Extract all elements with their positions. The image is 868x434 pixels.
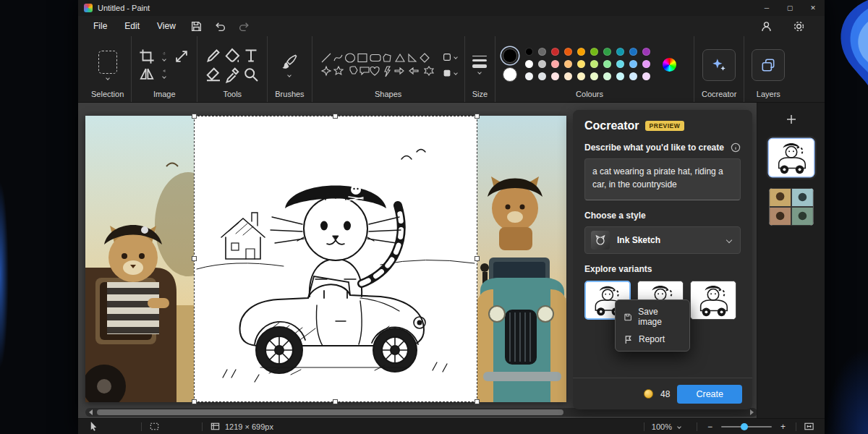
selection-handle[interactable]: [475, 399, 480, 404]
create-button[interactable]: Create: [677, 385, 742, 404]
brushes-button[interactable]: [281, 54, 298, 77]
zoom-slider-thumb[interactable]: [741, 423, 748, 430]
style-dropdown[interactable]: Ink Sketch: [584, 226, 741, 254]
color-swatch[interactable]: [538, 48, 546, 56]
shapes-grid[interactable]: [320, 52, 437, 78]
flip-horizontal-icon[interactable]: [139, 66, 155, 82]
text-tool-icon[interactable]: [242, 47, 260, 64]
color-swatch[interactable]: [564, 60, 572, 68]
layers-button[interactable]: [752, 49, 785, 81]
color-swatch[interactable]: [629, 48, 637, 56]
color-swatch[interactable]: [525, 72, 533, 80]
eraser-icon[interactable]: [205, 66, 222, 83]
fill-bucket-icon[interactable]: [224, 47, 241, 64]
report-label: Report: [639, 334, 665, 344]
layers-icon: [760, 57, 776, 73]
crop-icon[interactable]: [139, 48, 155, 64]
color-swatch[interactable]: [616, 60, 624, 68]
maximize-button[interactable]: ▢: [778, 0, 801, 16]
color-swatch[interactable]: [629, 72, 637, 80]
color-swatch[interactable]: [564, 48, 572, 56]
shape-outline-button[interactable]: [442, 52, 457, 62]
undo-icon[interactable]: [214, 20, 226, 33]
titlebar[interactable]: Untitled - Paint ─ ▢ ✕: [78, 0, 825, 16]
selection-handle[interactable]: [333, 399, 338, 404]
background-colour-swatch[interactable]: [503, 67, 517, 82]
selection-handle[interactable]: [475, 114, 480, 119]
color-swatch[interactable]: [525, 60, 533, 68]
color-swatch[interactable]: [616, 48, 624, 56]
close-button[interactable]: ✕: [801, 0, 825, 16]
flag-icon: [624, 335, 633, 344]
color-swatch[interactable]: [551, 48, 559, 56]
color-swatch[interactable]: [551, 60, 559, 68]
rotate-button[interactable]: [163, 52, 166, 61]
add-layer-button[interactable]: [782, 110, 801, 129]
selection-handle[interactable]: [475, 256, 480, 261]
selection-handle[interactable]: [192, 399, 197, 404]
zoom-in-button[interactable]: +: [778, 422, 788, 432]
canvas-area: Cocreator PREVIEW Describe what you'd li…: [78, 103, 825, 418]
color-swatch[interactable]: [590, 60, 598, 68]
selection-handle[interactable]: [192, 114, 197, 119]
settings-gear-icon[interactable]: [793, 20, 805, 33]
resize-icon[interactable]: [174, 48, 190, 64]
pencil-icon[interactable]: [205, 47, 222, 64]
zoom-level[interactable]: 100%: [652, 422, 672, 431]
color-picker-icon[interactable]: [224, 66, 241, 83]
redo-icon[interactable]: [238, 20, 250, 33]
flip-button[interactable]: [163, 69, 166, 78]
selection-region[interactable]: [194, 116, 477, 402]
color-swatch[interactable]: [577, 48, 585, 56]
menu-file[interactable]: File: [85, 19, 115, 33]
color-swatch[interactable]: [642, 60, 650, 68]
cocreator-button[interactable]: [702, 49, 736, 81]
scrollbar-thumb[interactable]: [97, 409, 563, 415]
zoom-slider[interactable]: [721, 426, 772, 427]
color-swatch[interactable]: [538, 72, 546, 80]
chevron-down-icon[interactable]: [106, 76, 110, 80]
prompt-input[interactable]: a cat wearing a pirate hat, riding a car…: [584, 158, 741, 200]
zoom-out-button[interactable]: −: [705, 422, 715, 432]
report-menu-item[interactable]: Report: [618, 331, 686, 348]
selection-tool-button[interactable]: [98, 51, 117, 80]
account-avatar-icon[interactable]: [760, 20, 773, 33]
colour-wheel-icon[interactable]: [663, 58, 676, 72]
color-swatch[interactable]: [603, 60, 611, 68]
color-swatch[interactable]: [564, 72, 572, 80]
group-image: Image: [131, 36, 197, 102]
color-swatch[interactable]: [642, 72, 650, 80]
magnifier-icon[interactable]: [242, 66, 260, 83]
foreground-colour-swatch[interactable]: [503, 48, 517, 63]
shape-fill-button[interactable]: [442, 68, 457, 78]
color-swatch[interactable]: [590, 48, 598, 56]
selection-handle[interactable]: [192, 256, 197, 261]
selection-handle[interactable]: [333, 114, 338, 119]
color-swatch[interactable]: [538, 60, 546, 68]
cocreator-sparkle-icon: [711, 57, 727, 73]
color-swatch[interactable]: [577, 60, 585, 68]
layer-thumbnail-2[interactable]: [769, 188, 814, 226]
color-swatch[interactable]: [629, 60, 637, 68]
chevron-down-icon[interactable]: [677, 425, 681, 429]
color-swatch[interactable]: [603, 72, 611, 80]
color-swatch[interactable]: [551, 72, 559, 80]
save-icon[interactable]: [190, 20, 203, 33]
color-swatch[interactable]: [642, 48, 650, 56]
variant-thumbnail-3[interactable]: [690, 281, 736, 320]
layer-thumbnail-1[interactable]: [769, 139, 814, 176]
color-swatch[interactable]: [525, 48, 533, 56]
scroll-left-icon[interactable]: [89, 409, 93, 415]
color-swatch[interactable]: [603, 48, 611, 56]
menu-edit[interactable]: Edit: [116, 19, 148, 33]
menu-view[interactable]: View: [149, 19, 184, 33]
scroll-right-icon[interactable]: [750, 409, 754, 415]
minimize-button[interactable]: ─: [755, 0, 778, 16]
color-swatch[interactable]: [577, 72, 585, 80]
save-image-menu-item[interactable]: Save image: [618, 303, 686, 331]
info-icon[interactable]: [731, 142, 741, 153]
fit-to-screen-icon[interactable]: [804, 421, 814, 432]
color-swatch[interactable]: [616, 72, 624, 80]
size-button[interactable]: [472, 56, 487, 75]
color-swatch[interactable]: [590, 72, 598, 80]
